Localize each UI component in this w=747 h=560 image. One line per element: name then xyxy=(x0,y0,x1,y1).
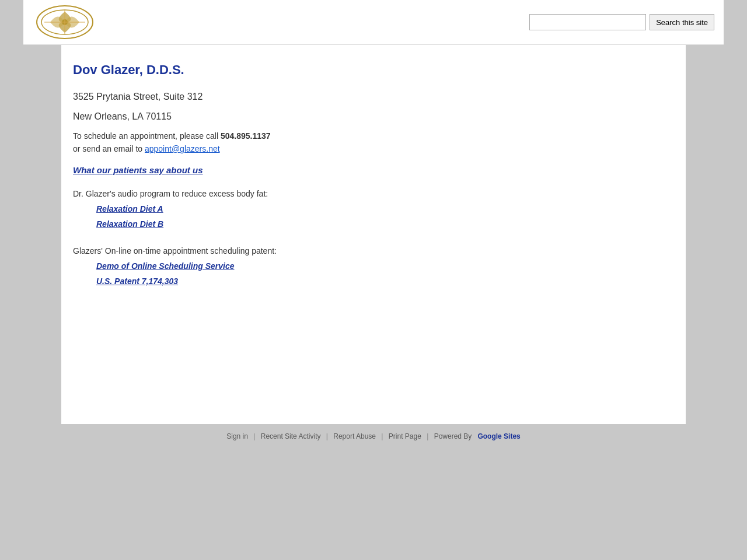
page-title: Dov Glazer, D.D.S. xyxy=(73,62,674,78)
address-line-1: 3525 Prytania Street, Suite 312 xyxy=(73,92,674,102)
separator-3: | xyxy=(381,432,383,440)
us-patent-link[interactable]: U.S. Patent 7,174,303 xyxy=(96,276,674,286)
site-logo xyxy=(33,5,97,40)
print-page-link[interactable]: Print Page xyxy=(389,432,421,440)
recent-activity-link[interactable]: Recent Site Activity xyxy=(261,432,321,440)
email-line: or send an email to appoint@glazers.net xyxy=(73,144,674,153)
relaxation-diet-b-link[interactable]: Relaxation Diet B xyxy=(96,219,674,229)
demo-scheduling-link[interactable]: Demo of Online Scheduling Service xyxy=(96,261,674,271)
report-abuse-link[interactable]: Report Abuse xyxy=(333,432,376,440)
separator-4: | xyxy=(427,432,428,440)
google-sites-link[interactable]: Google Sites xyxy=(477,432,520,440)
patients-link[interactable]: What our patients say about us xyxy=(73,165,203,175)
audio-intro: Dr. Glazer's audio program to reduce exc… xyxy=(73,189,674,198)
contact-section: To schedule an appointment, please call … xyxy=(73,131,674,153)
header: Search this site xyxy=(23,0,724,45)
powered-by-text: Powered By xyxy=(434,432,472,440)
separator-2: | xyxy=(326,432,328,440)
logo-area xyxy=(33,5,97,40)
email-prefix: or send an email to xyxy=(73,144,145,153)
search-input[interactable] xyxy=(529,14,646,30)
schedule-line: To schedule an appointment, please call … xyxy=(73,131,674,141)
sign-in-link[interactable]: Sign in xyxy=(226,432,248,440)
phone-number: 504.895.1137 xyxy=(221,131,271,141)
patent-intro: Glazers' On-line on-time appointment sch… xyxy=(73,246,674,256)
footer: Sign in | Recent Site Activity | Report … xyxy=(23,424,724,449)
relaxation-diet-a-link[interactable]: Relaxation Diet A xyxy=(96,204,674,214)
schedule-text: To schedule an appointment, please call xyxy=(73,131,221,141)
separator-1: | xyxy=(253,432,255,440)
address-line-2: New Orleans, LA 70115 xyxy=(73,111,674,122)
audio-section: Dr. Glazer's audio program to reduce exc… xyxy=(73,189,674,229)
main-content: Dov Glazer, D.D.S. 3525 Prytania Street,… xyxy=(61,45,686,424)
patent-section: Glazers' On-line on-time appointment sch… xyxy=(73,246,674,286)
search-area: Search this site xyxy=(529,14,714,30)
powered-by-space xyxy=(474,432,476,440)
email-link[interactable]: appoint@glazers.net xyxy=(145,144,220,153)
search-button[interactable]: Search this site xyxy=(650,14,714,30)
